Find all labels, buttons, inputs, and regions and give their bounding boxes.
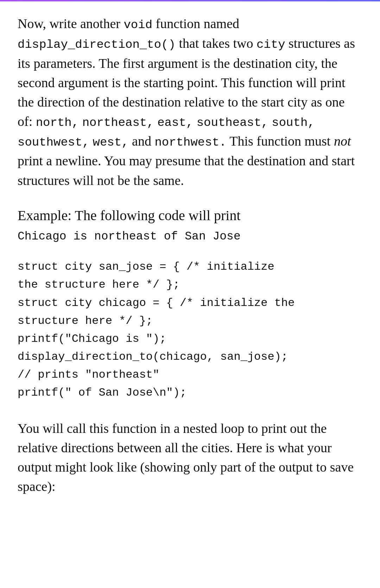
main-content: Now, write another void function named d… [18, 14, 362, 496]
north-code: north, [36, 116, 79, 129]
northwest-code: northwest. [154, 136, 226, 149]
footer-paragraph: You will call this function in a nested … [18, 419, 362, 496]
example-heading: Example: The following code will print [18, 207, 362, 224]
southeast-code: southeast, [197, 116, 268, 129]
city-type-code: city [256, 38, 285, 51]
east-code: east, [157, 116, 193, 129]
southwest-code: southwest, [18, 136, 89, 149]
example-output-line: Chicago is northeast of San Jose [18, 228, 362, 245]
code-block: struct city san_jose = { /* initialize t… [18, 258, 362, 402]
west-code: west, [93, 136, 129, 149]
south-code: south, [272, 116, 315, 129]
void-keyword: void [124, 18, 152, 32]
function-name-code: display_direction_to() [18, 38, 176, 51]
top-accent-bar [0, 0, 380, 1]
example-section: Example: The following code will print C… [18, 207, 362, 402]
description-paragraph: Now, write another void function named d… [18, 14, 362, 190]
not-italic: not [334, 134, 351, 148]
northeast-code: northeast, [82, 116, 154, 129]
